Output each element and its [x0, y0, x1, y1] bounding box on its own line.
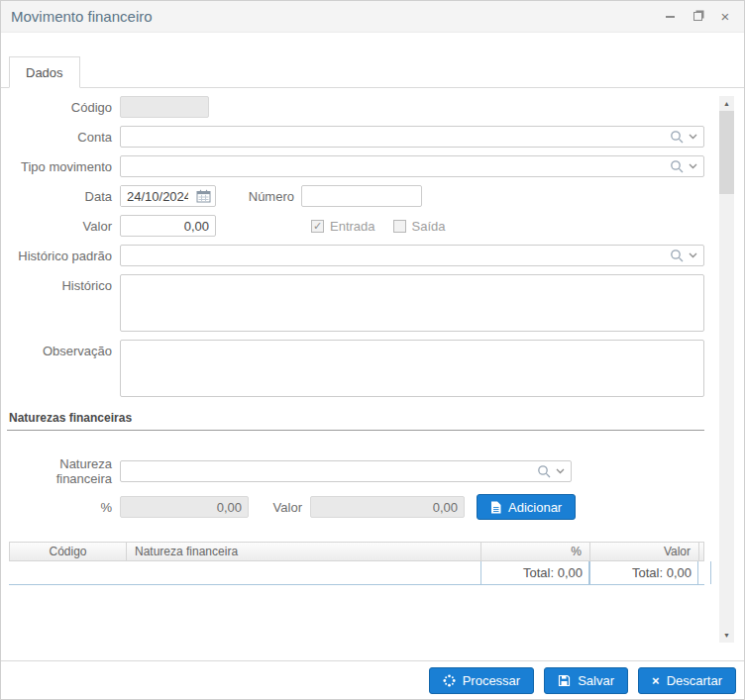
form-content: Código Conta Tipo movimento [1, 88, 744, 662]
naturezas-table-header: Código Natureza financeira % Valor [9, 542, 704, 561]
saida-checkbox-box [393, 220, 406, 233]
descartar-button[interactable]: × Descartar [638, 667, 736, 694]
maximize-icon [693, 12, 702, 21]
maximize-button[interactable] [691, 10, 704, 24]
close-icon: × [721, 9, 730, 24]
header-valor[interactable]: Valor [590, 543, 699, 560]
discard-icon: × [652, 674, 660, 687]
conta-combo[interactable] [120, 126, 704, 148]
salvar-button-label: Salvar [578, 673, 614, 688]
natureza-valor-label: Valor [249, 500, 310, 515]
entrada-checkbox-label: Entrada [330, 219, 375, 234]
tipo-movimento-input[interactable] [121, 156, 670, 176]
close-button[interactable]: × [718, 10, 732, 24]
tipo-movimento-combo[interactable] [120, 155, 704, 177]
total-percentual: Total: 0,00 [480, 561, 589, 584]
observacao-textarea[interactable] [120, 340, 704, 397]
entrada-checkbox: ✓ Entrada [311, 219, 375, 234]
dialog-title: Movimento financeiro [11, 8, 153, 25]
row-natureza-financeira: Natureza financeira [9, 456, 704, 486]
search-icon[interactable] [670, 159, 684, 173]
search-icon[interactable] [670, 130, 684, 144]
movimento-financeiro-dialog: Movimento financeiro × Dados Código Cont… [0, 0, 745, 700]
historico-padrao-input[interactable] [121, 246, 670, 265]
row-percentual-valor: % Valor Adicionar [9, 494, 704, 520]
scroll-up-icon[interactable]: ▲ [719, 96, 734, 111]
minimize-button[interactable] [663, 10, 677, 24]
chevron-down-icon[interactable] [689, 163, 697, 169]
percentual-label: % [9, 500, 120, 515]
numero-input[interactable] [301, 185, 422, 207]
calendar-icon[interactable] [196, 189, 215, 203]
minimize-icon [666, 16, 675, 18]
valor-label: Valor [9, 219, 120, 234]
total-valor: Total: 0,00 [589, 561, 698, 584]
codigo-label: Código [9, 100, 120, 115]
scrollbar-thumb[interactable] [719, 111, 734, 194]
document-icon [490, 501, 501, 514]
salvar-button[interactable]: Salvar [544, 667, 628, 694]
save-icon [558, 674, 571, 687]
historico-textarea[interactable] [120, 274, 704, 332]
row-codigo: Código [9, 96, 704, 118]
data-field[interactable] [120, 185, 216, 207]
naturezas-section-title: Naturezas financeiras [7, 411, 704, 431]
historico-padrao-label: Histórico padrão [9, 249, 120, 263]
header-natureza-financeira[interactable]: Natureza financeira [127, 543, 481, 560]
process-icon [443, 674, 456, 687]
natureza-financeira-combo[interactable] [120, 460, 572, 482]
tab-dados[interactable]: Dados [9, 56, 80, 88]
chevron-down-icon[interactable] [689, 134, 697, 140]
scroll-down-icon[interactable]: ▼ [719, 628, 734, 643]
historico-padrao-combo[interactable] [120, 245, 704, 266]
tab-strip: Dados [1, 45, 744, 88]
naturezas-table-totals-row: Total: 0,00 Total: 0,00 [9, 561, 704, 585]
row-valor: Valor ✓ Entrada Saída [9, 215, 704, 237]
historico-label: Histórico [9, 274, 120, 293]
totals-empty-natureza [126, 561, 480, 584]
data-label: Data [9, 189, 120, 204]
check-icon: ✓ [313, 221, 322, 232]
descartar-button-label: Descartar [667, 673, 722, 688]
row-historico-padrao: Histórico padrão [9, 245, 704, 266]
natureza-financeira-input[interactable] [121, 461, 537, 481]
window-controls: × [663, 10, 732, 24]
header-codigo[interactable]: Código [10, 543, 127, 560]
natureza-valor-input [310, 496, 465, 518]
naturezas-table: Código Natureza financeira % Valor Total… [9, 542, 704, 585]
vertical-scrollbar[interactable]: ▲ ▼ [719, 96, 734, 643]
chevron-down-icon[interactable] [556, 468, 565, 474]
valor-input[interactable] [120, 215, 216, 237]
tipo-movimento-label: Tipo movimento [9, 159, 120, 174]
entrada-checkbox-box: ✓ [311, 220, 324, 233]
adicionar-button-label: Adicionar [508, 500, 562, 515]
natureza-financeira-label: Natureza financeira [9, 456, 120, 486]
chevron-down-icon[interactable] [689, 252, 697, 258]
data-input[interactable] [121, 186, 188, 206]
search-icon[interactable] [537, 464, 551, 478]
processar-button-label: Processar [463, 673, 521, 688]
row-data-numero: Data Número [9, 185, 704, 207]
header-percentual[interactable]: % [481, 543, 590, 560]
percentual-input [120, 496, 249, 518]
numero-label: Número [216, 189, 301, 204]
row-observacao: Observação [9, 340, 704, 397]
titlebar: Movimento financeiro × [1, 1, 744, 33]
totals-spacer [698, 561, 711, 584]
saida-checkbox: Saída [393, 219, 446, 234]
saida-checkbox-label: Saída [412, 219, 446, 234]
footer-bar: Processar Salvar × Descartar [1, 660, 744, 699]
conta-label: Conta [9, 130, 120, 145]
row-historico: Histórico [9, 274, 704, 332]
row-tipo-movimento: Tipo movimento [9, 155, 704, 177]
row-conta: Conta [9, 126, 704, 148]
codigo-input [120, 96, 209, 118]
search-icon[interactable] [670, 249, 684, 262]
adicionar-button[interactable]: Adicionar [477, 494, 576, 520]
observacao-label: Observação [9, 340, 120, 358]
totals-empty-codigo [9, 561, 126, 584]
header-spacer [699, 543, 715, 560]
conta-input[interactable] [121, 127, 670, 147]
processar-button[interactable]: Processar [429, 667, 535, 694]
